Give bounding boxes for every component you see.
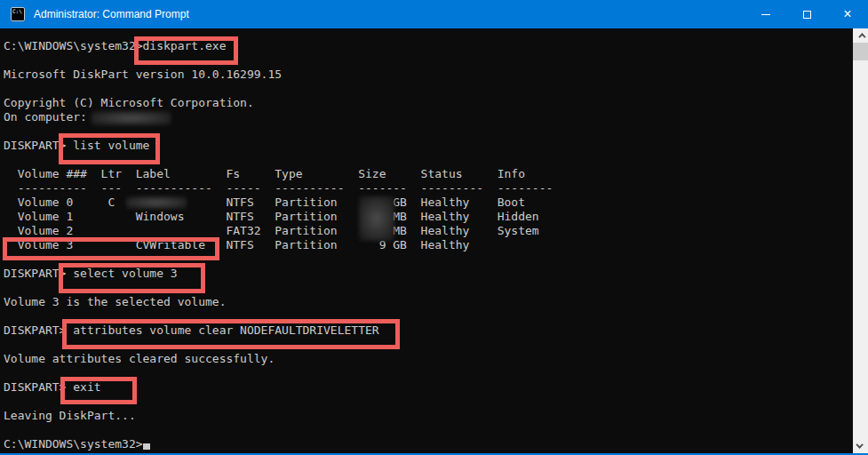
minimize-button[interactable] (745, 0, 786, 28)
highlight-box-exit (60, 377, 137, 404)
highlight-box-volume-3-row (3, 237, 219, 260)
maximize-icon (803, 11, 811, 19)
cmd-icon-label: C:\ (12, 9, 22, 14)
vertical-scrollbar[interactable] (853, 28, 868, 453)
maximize-button[interactable] (786, 0, 827, 28)
close-icon: × (843, 7, 851, 21)
highlight-box-list-volume (59, 133, 160, 164)
redaction-computer-name (92, 111, 171, 125)
command-prompt-window: C:\ Administrator: Command Prompt × C:\W… (0, 0, 868, 455)
close-button[interactable]: × (827, 0, 868, 28)
redaction-volume-0-label (126, 196, 187, 209)
scroll-up-button[interactable] (853, 28, 868, 43)
chevron-up-icon (858, 33, 865, 40)
chevron-down-icon (856, 441, 863, 448)
window-title: Administrator: Command Prompt (34, 8, 745, 20)
minimize-icon (761, 14, 770, 15)
titlebar[interactable]: C:\ Administrator: Command Prompt × (0, 0, 868, 28)
highlight-box-attributes-volume-clear (62, 319, 400, 349)
scroll-down-button[interactable] (853, 439, 868, 453)
highlight-box-diskpart-exe (134, 36, 238, 65)
scrollbar-thumb[interactable] (853, 43, 868, 60)
text-cursor (143, 443, 150, 450)
highlight-box-select-volume-3 (59, 263, 205, 293)
redaction-volume-size-values (359, 196, 394, 241)
cmd-icon: C:\ (11, 7, 25, 21)
window-controls: × (745, 0, 868, 28)
